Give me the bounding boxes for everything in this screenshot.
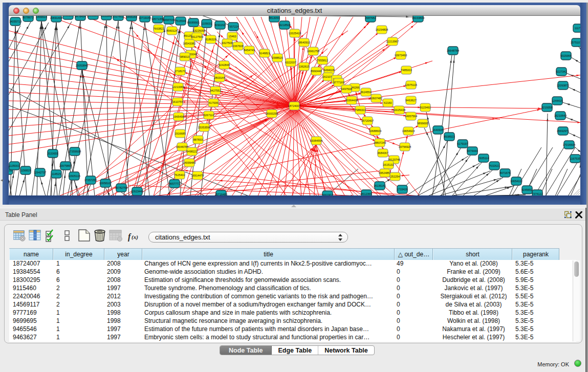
svg-text:16648784: 16648784 — [447, 49, 459, 52]
svg-text:18807249: 18807249 — [374, 141, 386, 144]
svg-text:7632621: 7632621 — [489, 164, 499, 167]
svg-text:2803144: 2803144 — [214, 76, 225, 79]
svg-text:8990448: 8990448 — [311, 70, 321, 73]
svg-text:12975115: 12975115 — [405, 83, 417, 86]
svg-text:5661907: 5661907 — [322, 193, 333, 195]
svg-text:10025438: 10025438 — [393, 108, 405, 112]
svg-text:9327508: 9327508 — [222, 41, 232, 45]
svg-text:20364436: 20364436 — [345, 99, 358, 102]
svg-text:16961758: 16961758 — [307, 50, 319, 53]
svg-text:15692971: 15692971 — [557, 129, 569, 133]
svg-text:9329366: 9329366 — [560, 54, 571, 57]
svg-text:13325419: 13325419 — [289, 32, 301, 35]
svg-text:18724007: 18724007 — [288, 104, 300, 107]
svg-text:18640910: 18640910 — [298, 41, 310, 44]
svg-text:3624554: 3624554 — [360, 91, 371, 94]
svg-text:1499914: 1499914 — [36, 16, 47, 18]
svg-text:1362615: 1362615 — [298, 65, 309, 68]
svg-text:8186328: 8186328 — [205, 38, 216, 41]
svg-text:8454749: 8454749 — [244, 49, 254, 52]
svg-text:8078673: 8078673 — [23, 16, 33, 19]
svg-text:17357255: 17357255 — [84, 179, 97, 182]
svg-text:17016504: 17016504 — [563, 143, 575, 146]
svg-text:10853287: 10853287 — [87, 16, 99, 17]
svg-text:1167535: 1167535 — [570, 157, 580, 160]
svg-text:16543382: 16543382 — [183, 42, 195, 45]
svg-text:15353594: 15353594 — [198, 126, 210, 129]
svg-text:3684067: 3684067 — [377, 151, 388, 155]
svg-text:1156829: 1156829 — [20, 169, 31, 172]
svg-text:4668136: 4668136 — [62, 16, 73, 17]
svg-text:7955812: 7955812 — [317, 59, 328, 62]
svg-text:8938923: 8938923 — [444, 135, 454, 138]
svg-text:8090293: 8090293 — [214, 24, 225, 27]
svg-text:7515546: 7515546 — [175, 19, 186, 23]
svg-text:14099489: 14099489 — [183, 161, 195, 164]
svg-text:7485003: 7485003 — [401, 69, 411, 72]
svg-text:9227342: 9227342 — [556, 70, 567, 73]
svg-text:12905115: 12905115 — [68, 174, 80, 178]
svg-text:16154808: 16154808 — [376, 28, 388, 31]
svg-text:16033809: 16033809 — [412, 16, 424, 19]
svg-text:14136141: 14136141 — [374, 184, 386, 187]
svg-text:20975867: 20975867 — [59, 164, 72, 167]
svg-text:1733426: 1733426 — [397, 188, 407, 191]
svg-text:19218506: 19218506 — [278, 24, 291, 27]
svg-text:9427552: 9427552 — [210, 89, 221, 92]
svg-text:13226058: 13226058 — [193, 29, 205, 32]
svg-text:1610755: 1610755 — [172, 100, 183, 103]
svg-text:6497508: 6497508 — [341, 87, 352, 91]
svg-text:16914479: 16914479 — [191, 174, 204, 177]
svg-text:252254: 252254 — [390, 175, 400, 178]
svg-text:8813054: 8813054 — [269, 16, 279, 19]
svg-text:15463: 15463 — [228, 35, 236, 38]
svg-text:f: f — [128, 232, 132, 242]
svg-text:1615132: 1615132 — [383, 163, 394, 166]
svg-text:7663822: 7663822 — [153, 27, 164, 30]
svg-text:3219358: 3219358 — [541, 106, 552, 109]
svg-text:10688609: 10688609 — [369, 129, 381, 133]
svg-text:1640935: 1640935 — [432, 128, 443, 132]
svg-text:1244415: 1244415 — [552, 99, 562, 102]
svg-text:10973493: 10973493 — [395, 54, 407, 57]
svg-text:9242848: 9242848 — [219, 63, 229, 67]
svg-text:19654923: 19654923 — [402, 129, 415, 133]
svg-text:16127509: 16127509 — [191, 35, 203, 38]
svg-text:9899695: 9899695 — [417, 122, 428, 125]
svg-text:5498222: 5498222 — [186, 150, 197, 153]
svg-text:9777169: 9777169 — [333, 81, 344, 84]
svg-text:20691406: 20691406 — [50, 16, 62, 19]
svg-text:11172: 11172 — [575, 27, 580, 30]
svg-text:9463627: 9463627 — [405, 99, 416, 102]
svg-text:6466160: 6466160 — [126, 16, 137, 18]
svg-text:39587039: 39587039 — [163, 18, 175, 21]
svg-text:17359938: 17359938 — [69, 150, 81, 153]
svg-text:2687682: 2687682 — [365, 16, 376, 19]
svg-text:10654112: 10654112 — [510, 180, 522, 183]
svg-text:9115460: 9115460 — [420, 106, 430, 109]
svg-text:15720407: 15720407 — [361, 119, 374, 122]
svg-text:15716485: 15716485 — [215, 193, 227, 195]
svg-text:6494028: 6494028 — [323, 69, 334, 72]
svg-text:6322037: 6322037 — [285, 61, 296, 64]
svg-text:16782759: 16782759 — [115, 186, 127, 189]
svg-text:1965498: 1965498 — [173, 115, 184, 118]
svg-text:12213967: 12213967 — [386, 40, 399, 43]
svg-text:10671355: 10671355 — [151, 17, 164, 20]
svg-text:3267110: 3267110 — [203, 114, 214, 117]
svg-text:19384554: 19384554 — [310, 139, 322, 142]
svg-text:10958107: 10958107 — [99, 182, 112, 185]
svg-text:(x): (x) — [132, 234, 138, 240]
svg-text:1916685: 1916685 — [175, 132, 185, 135]
svg-text:8960124: 8960124 — [166, 29, 177, 32]
svg-text:6179197: 6179197 — [457, 142, 468, 145]
svg-text:14055713: 14055713 — [9, 20, 21, 23]
svg-text:16046786: 16046786 — [176, 145, 188, 148]
svg-text:19524851: 19524851 — [379, 171, 391, 174]
svg-text:12923445: 12923445 — [131, 190, 143, 193]
svg-text:15751074: 15751074 — [571, 41, 580, 44]
svg-text:417006: 417006 — [209, 101, 218, 104]
svg-text:2935114: 2935114 — [478, 157, 489, 160]
svg-text:9657771: 9657771 — [169, 182, 180, 185]
svg-text:2367608: 2367608 — [232, 45, 243, 48]
